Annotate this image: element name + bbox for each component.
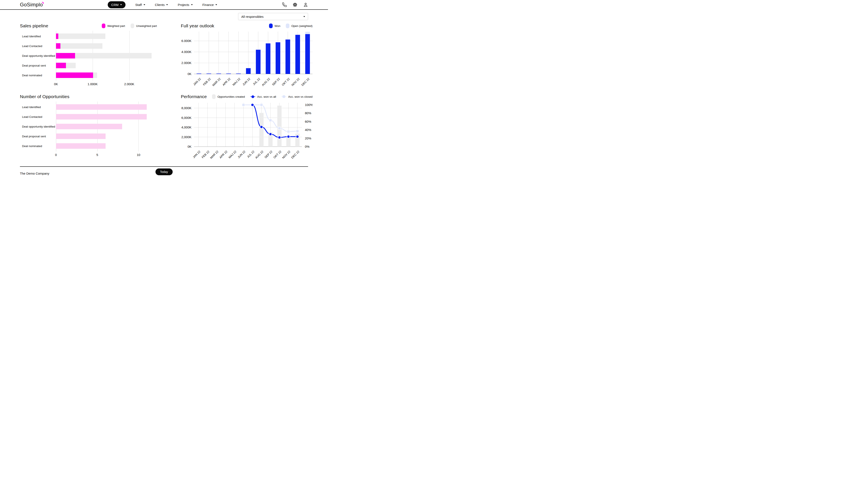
number-of-opportunities-chart: Lead Identified Lead Contacted Deal oppo…: [20, 101, 157, 157]
bar-track: [56, 63, 157, 68]
svg-text:DEC 22: DEC 22: [301, 77, 310, 87]
logo-text: GoSimplo: [20, 2, 43, 7]
chart-title-performance: Performance: [181, 94, 207, 99]
y-axis-labels: 0K2.000K4.000K6.000K: [181, 39, 191, 76]
full-year-outlook-chart: 0K2.000K4.000K6.000KJAN 22FEB 22MAR 22AP…: [181, 31, 312, 88]
nav-item-projects[interactable]: Projects: [178, 3, 192, 7]
bar-segment: [56, 63, 66, 68]
responsibles-select[interactable]: All responsibles: [238, 13, 308, 20]
svg-text:APR 22: APR 22: [219, 150, 228, 159]
axis-tick-label: 10: [137, 153, 141, 157]
company-name: The Demo Company: [20, 172, 49, 175]
legend-label: Opportunities created: [218, 95, 245, 98]
svg-text:AUG 22: AUG 22: [255, 150, 264, 160]
sales-pipeline-card: Sales pipeline Weighted partUnweighted p…: [20, 23, 157, 88]
bar-row: Deal proposal sent: [20, 133, 157, 139]
svg-text:FEB 22: FEB 22: [203, 77, 211, 86]
svg-text:OKT 22: OKT 22: [281, 77, 290, 87]
won-bars: [196, 34, 310, 74]
svg-text:8,000K: 8,000K: [181, 106, 191, 110]
bar-row: Lead Identified: [20, 33, 157, 39]
phone-icon[interactable]: [282, 2, 287, 7]
legend-swatch: [286, 24, 289, 28]
page: GoSimplo CRM Staff Clients Projects Fina…: [0, 0, 328, 185]
bar-segment: [56, 114, 147, 120]
legend-full-year-outlook: WonOpen (weighted): [269, 24, 312, 28]
performance-svg: 0K2,000K4,000K6,000K8,000K0%20%40%60%80%…: [181, 101, 312, 160]
bar-row: Lead Contacted: [20, 43, 157, 49]
svg-text:JUL 22: JUL 22: [252, 77, 261, 86]
svg-text:2,000K: 2,000K: [181, 135, 191, 139]
bar-track: [56, 104, 157, 110]
number-of-opportunities-card: Number of Opportunities Lead Identified …: [20, 93, 157, 161]
legend-item: Acc. won vs all: [250, 95, 276, 98]
nav-item-crm[interactable]: CRM: [108, 1, 125, 8]
category-label: Deal nominated: [20, 144, 56, 148]
chevron-down-icon: [303, 16, 305, 17]
svg-text:AUG 22: AUG 22: [261, 77, 271, 87]
gear-icon[interactable]: [292, 2, 298, 7]
bar-row: Deal nominated: [20, 72, 157, 78]
svg-text:JUN 22: JUN 22: [237, 150, 246, 159]
svg-text:40%: 40%: [305, 128, 311, 132]
bar-segment: [56, 133, 105, 139]
svg-text:JAN 22: JAN 22: [192, 150, 201, 159]
legend-item: Opportunities created: [212, 94, 245, 99]
open-weighted-bars: [305, 32, 310, 34]
category-label: Deal opportunity identified: [20, 125, 56, 128]
bar-segment: [66, 63, 76, 68]
legend-label: Acc. won vs all: [257, 95, 276, 98]
bar-segment: [93, 72, 97, 78]
svg-text:100%: 100%: [305, 103, 312, 106]
nav-item-label: Clients: [155, 3, 165, 7]
nav-item-clients[interactable]: Clients: [155, 3, 168, 7]
bar-track: [56, 143, 157, 149]
nav-item-label: Staff: [135, 3, 142, 7]
nav-item-finance[interactable]: Finance: [203, 3, 217, 7]
user-icon[interactable]: [303, 2, 308, 7]
x-axis-labels: JAN 22FEB 22MAR 22APR 22MAJ 22JUN 22JUL …: [192, 150, 300, 160]
chart-title-full-year-outlook: Full year outlook: [181, 23, 214, 28]
bar-row: Deal opportunity identified: [20, 124, 157, 129]
category-label: Lead Contacted: [20, 115, 56, 119]
bar-row: Lead Contacted: [20, 114, 157, 120]
axis-tick-label: 0K: [54, 82, 58, 86]
svg-text:JUL 22: JUL 22: [246, 150, 255, 159]
x-axis: 0510: [56, 152, 157, 157]
bar-track: [56, 43, 157, 49]
line-dot-marker: [250, 95, 255, 98]
legend-item: Unweighted part: [131, 24, 157, 28]
legend-label: Open (weighted): [291, 24, 312, 28]
bar-row: Deal nominated: [20, 143, 157, 149]
svg-text:MAJ 22: MAJ 22: [228, 150, 237, 159]
svg-text:SEP 22: SEP 22: [264, 150, 273, 159]
svg-text:JUN 22: JUN 22: [242, 77, 251, 86]
bar-segment: [56, 43, 60, 49]
bar-segment: [56, 124, 122, 129]
svg-text:0K: 0K: [188, 145, 191, 148]
chevron-down-icon: [120, 4, 122, 5]
svg-text:MAJ 22: MAJ 22: [232, 77, 241, 87]
performance-card: Performance Opportunities created Acc. w…: [181, 93, 312, 161]
legend-performance: Opportunities created Acc. won vs all Ac…: [212, 94, 312, 99]
axis-tick-label: 0: [55, 153, 57, 157]
footer: The Demo Company Today: [20, 167, 308, 177]
chart-title-number-of-opportunities: Number of Opportunities: [20, 94, 69, 99]
svg-text:DEC 22: DEC 22: [291, 150, 300, 159]
x-axis: 0K1.000K2.000K: [56, 81, 157, 86]
today-button[interactable]: Today: [155, 168, 173, 175]
legend-item: Acc. won vs closed: [282, 95, 312, 98]
logo[interactable]: GoSimplo: [20, 2, 43, 8]
bar-segment: [56, 53, 75, 59]
svg-text:APR 22: APR 22: [222, 77, 231, 87]
nav-item-staff[interactable]: Staff: [135, 3, 145, 7]
legend-label: Acc. won vs closed: [288, 95, 312, 98]
svg-text:4,000K: 4,000K: [181, 125, 191, 129]
x-axis-labels: JAN 22FEB 22MAR 22APR 22MAJ 22JUN 22JUL …: [193, 77, 310, 87]
y-left-labels: 0K2,000K4,000K6,000K8,000K: [181, 106, 191, 148]
bar-segment: [56, 72, 93, 78]
nav-icons: [282, 2, 308, 7]
bar-track: [56, 114, 157, 120]
svg-text:60%: 60%: [305, 120, 311, 123]
category-label: Lead Identified: [20, 105, 56, 109]
